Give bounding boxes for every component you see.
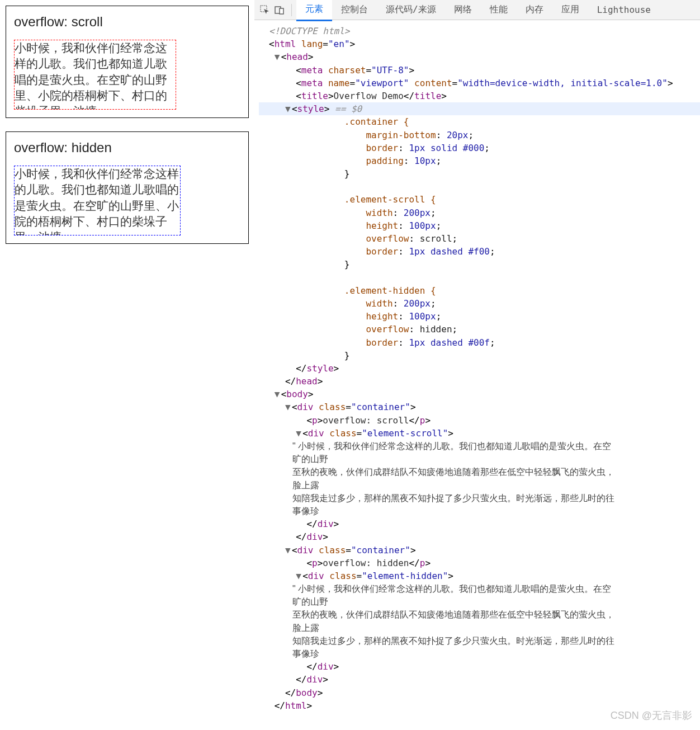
tab-console[interactable]: 控制台 [332,0,377,20]
inspect-icon[interactable] [258,3,272,17]
tab-memory[interactable]: 内存 [517,0,552,20]
tab-elements[interactable]: 元素 [296,0,332,21]
tab-sources[interactable]: 源代码/来源 [377,0,445,20]
doctype-node[interactable]: <!DOCTYPE html> [269,26,350,36]
text-node-1: " 小时候，我和伙伴们经常念这样的儿歌。我们也都知道儿歌唱的是萤火虫。在空旷的山… [259,440,617,517]
tab-performance[interactable]: 性能 [481,0,517,20]
text-node-2: " 小时候，我和伙伴们经常念这样的儿歌。我们也都知道儿歌唱的是萤火虫。在空旷的山… [259,582,617,660]
watermark: CSDN @无言非影 [611,709,692,722]
svg-rect-2 [280,8,283,14]
container-scroll: overflow: scroll 小时候，我和伙伴们经常念这样的儿歌。我们也都知… [6,6,249,118]
html-open[interactable]: html [275,39,296,49]
divider [291,4,292,16]
tab-network[interactable]: 网络 [445,0,481,20]
body-open[interactable]: body [286,389,308,399]
element-hidden-box: 小时候，我和伙伴们经常念这样的儿歌。我们也都知道儿歌唱的是萤火虫。在空旷的山野里… [14,166,181,236]
head-open[interactable]: head [286,51,308,62]
page-preview: overflow: scroll 小时候，我和伙伴们经常念这样的儿歌。我们也都知… [0,0,254,730]
label-scroll: overflow: scroll [14,14,240,30]
element-scroll-box[interactable]: 小时候，我和伙伴们经常念这样的儿歌。我们也都知道儿歌唱的是萤火虫。在空旷的山野里… [14,40,176,110]
container-hidden: overflow: hidden 小时候，我和伙伴们经常念这样的儿歌。我们也都知… [6,131,249,244]
devtools-panel: 元素 控制台 源代码/来源 网络 性能 内存 应用 Lighthouse <!D… [254,0,700,730]
tab-application[interactable]: 应用 [552,0,588,20]
dom-tree[interactable]: <!DOCTYPE html> <html lang="en"> ▼<head>… [254,20,700,730]
devtools-tabbar: 元素 控制台 源代码/来源 网络 性能 内存 应用 Lighthouse [254,0,700,20]
label-hidden: overflow: hidden [14,140,240,156]
selected-node[interactable]: ⋯ ▼<style> == $0 [259,102,700,115]
device-toggle-icon[interactable] [272,3,287,17]
tab-lighthouse[interactable]: Lighthouse [588,0,660,20]
